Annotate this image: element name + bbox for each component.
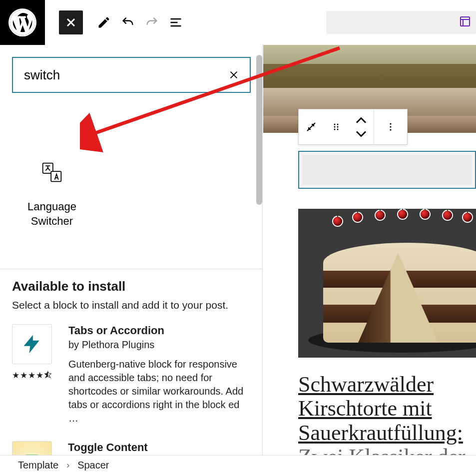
more-options-button[interactable]	[374, 109, 407, 145]
move-up-down-buttons[interactable]	[349, 109, 374, 145]
breadcrumb-root[interactable]: Template	[18, 460, 58, 471]
block-toolbar	[298, 109, 408, 145]
document-overview-button[interactable]	[164, 10, 188, 34]
edit-icon[interactable]	[92, 10, 116, 34]
star-rating: ★★★★⯪	[12, 370, 52, 381]
editor-topbar	[0, 0, 476, 45]
redo-button[interactable]	[140, 10, 164, 34]
svg-point-7	[334, 124, 336, 125]
block-search	[12, 57, 251, 93]
plugin-title: Toggle Content	[68, 441, 226, 454]
svg-rect-2	[461, 17, 470, 26]
undo-button[interactable]	[116, 10, 140, 34]
scrollbar[interactable]	[256, 55, 262, 205]
svg-point-10	[337, 126, 339, 128]
resize-icon[interactable]	[299, 109, 324, 145]
svg-point-11	[334, 129, 336, 130]
svg-point-14	[390, 126, 391, 127]
svg-point-8	[337, 124, 339, 125]
block-inserter-panel: Language Switcher Available to install S…	[0, 45, 263, 455]
post-featured-image-cake[interactable]	[298, 209, 476, 358]
plugin-thumbnail	[12, 324, 52, 364]
svg-point-13	[390, 123, 391, 124]
breadcrumb-current[interactable]: Spacer	[77, 460, 109, 471]
chevron-right-icon: ›	[66, 460, 69, 471]
svg-point-12	[337, 129, 339, 130]
drag-handle-icon[interactable]	[324, 109, 349, 145]
wordpress-logo[interactable]	[0, 0, 45, 45]
block-search-input[interactable]	[24, 67, 220, 83]
selected-spacer-block[interactable]	[298, 151, 476, 189]
template-icon	[459, 15, 471, 29]
translate-icon	[12, 145, 92, 200]
block-result-name: Language Switcher	[12, 200, 92, 228]
plugin-title: Tabs or Accordion	[68, 324, 250, 337]
svg-point-15	[390, 129, 391, 130]
editor-canvas: Schwarzwälder Kirschtorte mit Sauerkraut…	[263, 45, 476, 455]
block-result-language-switcher[interactable]: Language Switcher	[12, 145, 92, 228]
available-subtext: Select a block to install and add it to …	[12, 299, 250, 311]
plugin-author: by Plethora Plugins	[68, 339, 250, 351]
plugin-description: Gutenberg-native block for responsive an…	[68, 358, 250, 425]
breadcrumb-footer: Template › Spacer	[0, 455, 476, 475]
plugin-thumbnail	[12, 441, 52, 455]
available-heading: Available to install	[12, 279, 250, 294]
plugin-item-toggle-content[interactable]: ★★★★★ Toggle Content by WPDeveloper Togg…	[12, 441, 250, 455]
close-inserter-button[interactable]	[59, 10, 83, 34]
panel-divider	[0, 269, 262, 269]
plugin-item-tabs-accordion[interactable]: ★★★★⯪ Tabs or Accordion by Plethora Plug…	[12, 324, 250, 425]
clear-search-icon[interactable]	[225, 66, 243, 84]
svg-point-9	[334, 126, 336, 128]
available-to-install-section: Available to install Select a block to i…	[12, 279, 250, 455]
top-search-bar[interactable]	[326, 11, 476, 34]
